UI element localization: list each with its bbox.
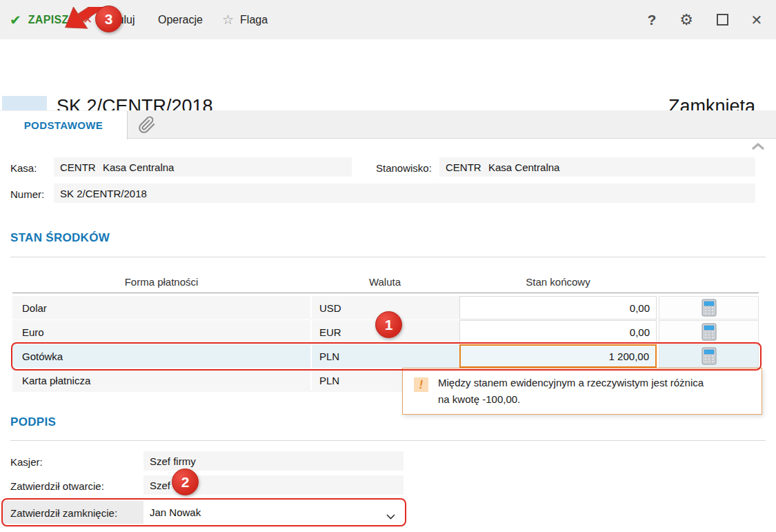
amount-input-focused[interactable]: 1 200,00 bbox=[459, 344, 657, 368]
section-podpis: PODPIS bbox=[10, 415, 56, 429]
amount-input[interactable]: 0,00 bbox=[459, 320, 657, 344]
settings-button[interactable]: ⚙ bbox=[675, 0, 698, 39]
table-row-gotowka[interactable]: Gotówka PLN 1 200,00 bbox=[12, 344, 759, 368]
divider bbox=[10, 440, 766, 441]
table-header-line bbox=[12, 293, 759, 293]
calculator-icon bbox=[702, 347, 717, 365]
column-header-waluta: Waluta bbox=[312, 276, 458, 288]
scroll-up-icon[interactable] bbox=[750, 141, 766, 153]
close-icon: ✕ bbox=[751, 12, 763, 28]
calculator-button[interactable] bbox=[659, 344, 759, 368]
column-header-stan: Stan końcowy bbox=[459, 276, 657, 288]
zatwierdzil-otwarcie-label: Zatwierdził otwarcie: bbox=[10, 480, 104, 492]
paperclip-icon bbox=[138, 116, 156, 134]
tab-attachments[interactable] bbox=[128, 111, 166, 139]
tab-podstawowe[interactable]: PODSTAWOWE bbox=[0, 111, 128, 139]
kasjer-field[interactable]: Szef firmy bbox=[143, 451, 404, 471]
save-button[interactable]: ✔ ZAPISZ bbox=[10, 0, 68, 39]
divider bbox=[10, 257, 766, 257]
section-stan-srodkow: STAN ŚRODKÓW bbox=[10, 231, 110, 245]
annotation-badge-1: 1 bbox=[375, 311, 402, 338]
stanowisko-field[interactable]: CENTRKasa Centralna bbox=[439, 157, 755, 177]
warning-tooltip: ! Między stanem ewidencyjnym a rzeczywis… bbox=[402, 368, 762, 415]
gear-icon: ⚙ bbox=[679, 11, 693, 29]
numer-field[interactable]: SK 2/CENTR/2018 bbox=[54, 184, 755, 203]
kasjer-label: Kasjer: bbox=[10, 456, 43, 468]
calculator-icon bbox=[702, 299, 717, 317]
numer-label: Numer: bbox=[10, 188, 44, 200]
maximize-icon bbox=[717, 14, 728, 26]
annotation-badge-2: 2 bbox=[172, 469, 199, 495]
maximize-button[interactable] bbox=[710, 0, 734, 39]
calculator-icon bbox=[702, 323, 717, 341]
warning-icon: ! bbox=[414, 377, 428, 392]
kasa-label: Kasa: bbox=[10, 162, 37, 174]
check-icon: ✔ bbox=[10, 12, 21, 28]
annotation-badge-3: 3 bbox=[95, 6, 122, 32]
warning-text: Między stanem ewidencyjnym a rzeczywisty… bbox=[438, 375, 755, 408]
document-header: SK SK 2/CENTR/2018 Kasa Centralna•firmy … bbox=[0, 39, 776, 110]
operations-label: Operacje bbox=[158, 14, 203, 26]
calculator-button[interactable] bbox=[659, 296, 759, 319]
star-icon: ☆ bbox=[222, 12, 234, 28]
zatwierdzil-zamkniecie-dropdown[interactable]: Jan Nowak bbox=[143, 502, 404, 523]
operations-menu[interactable]: Operacje bbox=[158, 0, 203, 39]
chevron-down-icon bbox=[386, 510, 395, 522]
help-button[interactable]: ? bbox=[640, 0, 664, 39]
save-button-label: ZAPISZ bbox=[28, 14, 69, 26]
kasa-field[interactable]: CENTRKasa Centralna bbox=[54, 157, 352, 177]
column-header-forma: Forma płatności bbox=[12, 276, 310, 288]
flag-button[interactable]: ☆ Flaga bbox=[222, 0, 268, 39]
zatwierdzil-zamkniecie-label: Zatwierdził zamknięcie: bbox=[10, 507, 117, 519]
calculator-button[interactable] bbox=[659, 320, 759, 344]
flag-label: Flaga bbox=[240, 14, 268, 26]
close-button[interactable]: ✕ bbox=[745, 0, 768, 39]
amount-input[interactable]: 0,00 bbox=[459, 296, 657, 319]
stanowisko-label: Stanowisko: bbox=[376, 162, 432, 174]
